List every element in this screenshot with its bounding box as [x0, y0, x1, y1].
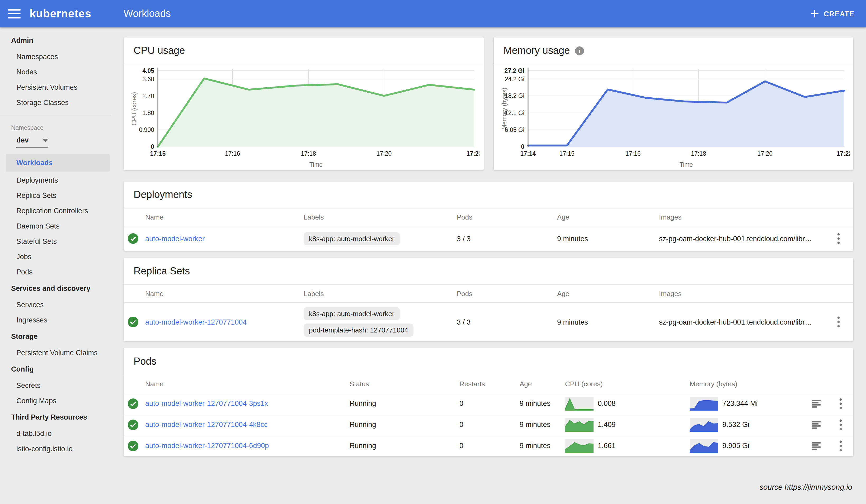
sidebar-item-services[interactable]: Services: [0, 297, 111, 312]
sidebar-section-admin: Admin: [0, 32, 111, 49]
cpu-usage-title: CPU usage: [134, 45, 185, 56]
cpu-sparkline: [565, 396, 593, 410]
kebab-menu-icon[interactable]: [828, 397, 853, 409]
memory-usage-chart: 06.05 Gi12.1 Gi18.2 Gi24.2 Gi27.2 Gi17:1…: [493, 64, 853, 171]
namespace-value: dev: [16, 136, 29, 144]
pods-table-header: Name Status Restarts Age CPU (cores) Mem…: [124, 375, 853, 393]
pods-card: Pods Name Status Restarts Age CPU (cores…: [124, 348, 853, 456]
svg-text:17:15: 17:15: [559, 150, 575, 157]
pod-link[interactable]: auto-model-worker-1270771004-3ps1x: [145, 400, 349, 407]
info-icon[interactable]: i: [575, 46, 584, 55]
pod-link[interactable]: auto-model-worker-1270771004-4k8cc: [145, 421, 349, 428]
hamburger-menu-icon[interactable]: [8, 9, 21, 19]
sidebar-item-nodes[interactable]: Nodes: [0, 64, 111, 80]
kebab-menu-icon[interactable]: [828, 419, 853, 430]
deployment-link[interactable]: auto-model-worker: [145, 235, 304, 243]
deployments-card: Deployments Name Labels Pods Age Images: [124, 181, 853, 251]
memory-value: 9.905 Gi: [722, 442, 749, 450]
sidebar-item-daemon-sets[interactable]: Daemon Sets: [0, 219, 111, 234]
column-status: Status: [349, 380, 459, 388]
app-header: kubernetes Workloads CREATE: [0, 0, 866, 27]
svg-text:17:16: 17:16: [625, 150, 641, 157]
sidebar-item-secrets[interactable]: Secrets: [0, 378, 111, 393]
cpu-usage-chart: 00.9001.802.703.604.0517:1517:1617:1817:…: [124, 64, 484, 171]
sidebar-item-workloads[interactable]: Workloads: [6, 154, 110, 171]
svg-text:17:20: 17:20: [757, 150, 773, 157]
sidebar-item-storage-classes[interactable]: Storage Classes: [0, 95, 111, 110]
sidebar-item-stateful-sets[interactable]: Stateful Sets: [0, 234, 111, 249]
column-restarts: Restarts: [459, 380, 520, 388]
svg-text:24.2 Gi: 24.2 Gi: [504, 76, 524, 82]
images-value: sz-pg-oam-docker-hub-001.tendcloud.com/l…: [659, 235, 824, 243]
plus-icon: [811, 10, 819, 18]
logs-icon[interactable]: [805, 399, 828, 408]
sidebar-item-namespaces[interactable]: Namespaces: [0, 49, 111, 64]
chevron-down-icon: [43, 138, 48, 142]
column-pods: Pods: [457, 213, 557, 221]
column-labels: Labels: [304, 213, 457, 221]
pods-count: 3 / 3: [457, 235, 557, 243]
memory-sparkline: [690, 418, 718, 432]
restarts-value: 0: [459, 421, 520, 428]
replica-sets-title: Replica Sets: [134, 266, 190, 277]
sidebar-section-services-discovery: Services and discovery: [0, 280, 111, 297]
sidebar: Admin Namespaces Nodes Persistent Volume…: [0, 27, 111, 504]
svg-text:4.05: 4.05: [142, 67, 154, 74]
status-value: Running: [349, 442, 459, 450]
label-chip: k8s-app: auto-model-worker: [304, 232, 400, 245]
pods-count: 3 / 3: [457, 318, 557, 326]
age-value: 9 minutes: [520, 442, 565, 450]
svg-text:27.2 Gi: 27.2 Gi: [504, 67, 524, 74]
sidebar-item-dtab-l5d-io[interactable]: d-tab.l5d.io: [0, 426, 111, 441]
column-age: Age: [557, 213, 659, 221]
kebab-menu-icon[interactable]: [824, 233, 853, 244]
sidebar-item-deployments[interactable]: Deployments: [0, 172, 111, 188]
svg-text:3.60: 3.60: [142, 76, 154, 82]
svg-text:17:16: 17:16: [225, 150, 240, 157]
sidebar-item-istio-config-istio-io[interactable]: istio-config.istio.io: [0, 441, 111, 457]
svg-text:Time: Time: [679, 161, 692, 168]
kebab-menu-icon[interactable]: [828, 440, 853, 451]
age-value: 9 minutes: [520, 400, 565, 407]
cpu-sparkline: [565, 439, 593, 452]
svg-text:17:22: 17:22: [467, 150, 479, 157]
images-value: sz-pg-oam-docker-hub-001.tendcloud.com/l…: [659, 318, 824, 326]
namespace-select[interactable]: dev: [16, 136, 48, 148]
column-memory: Memory (bytes): [690, 380, 805, 388]
logs-icon[interactable]: [805, 441, 828, 450]
svg-text:17:18: 17:18: [301, 150, 316, 157]
label-chip: k8s-app: auto-model-worker: [304, 307, 400, 320]
svg-text:17:18: 17:18: [691, 150, 706, 157]
column-age: Age: [557, 290, 659, 298]
cpu-value: 1.409: [598, 421, 616, 428]
svg-text:CPU (cores): CPU (cores): [131, 92, 137, 126]
column-name: Name: [145, 213, 304, 221]
column-images: Images: [659, 213, 824, 221]
label-chip: pod-template-hash: 1270771004: [304, 324, 413, 337]
replica-sets-card: Replica Sets Name Labels Pods Age Images: [124, 258, 853, 341]
age-value: 9 minutes: [557, 318, 659, 326]
sidebar-item-persistent-volume-claims[interactable]: Persistent Volume Claims: [0, 345, 111, 360]
create-button[interactable]: CREATE: [811, 10, 854, 18]
sidebar-item-config-maps[interactable]: Config Maps: [0, 393, 111, 408]
sidebar-item-pods[interactable]: Pods: [0, 265, 111, 280]
pod-link[interactable]: auto-model-worker-1270771004-6d90p: [145, 442, 349, 450]
cpu-value: 0.008: [598, 400, 616, 407]
sidebar-item-replica-sets[interactable]: Replica Sets: [0, 188, 111, 203]
page-title: Workloads: [124, 8, 171, 20]
sidebar-item-ingresses[interactable]: Ingresses: [0, 312, 111, 328]
sidebar-item-replication-controllers[interactable]: Replication Controllers: [0, 203, 111, 219]
memory-value: 723.344 Mi: [722, 400, 758, 407]
sidebar-item-persistent-volumes[interactable]: Persistent Volumes: [0, 80, 111, 95]
kebab-menu-icon[interactable]: [824, 316, 853, 328]
logs-icon[interactable]: [805, 421, 828, 429]
svg-text:17:20: 17:20: [377, 150, 392, 157]
column-labels: Labels: [304, 290, 457, 298]
table-row: auto-model-worker-1270771004 k8s-app: au…: [124, 303, 853, 341]
replica-set-link[interactable]: auto-model-worker-1270771004: [145, 318, 304, 326]
sidebar-item-jobs[interactable]: Jobs: [0, 249, 111, 265]
memory-sparkline: [690, 396, 718, 410]
memory-value: 9.532 Gi: [722, 421, 749, 428]
svg-text:2.70: 2.70: [142, 93, 154, 100]
create-button-label: CREATE: [824, 10, 854, 18]
